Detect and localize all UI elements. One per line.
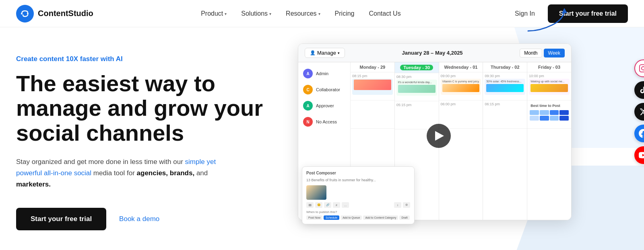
date-range: January 28 – May 4,2025 <box>402 50 463 56</box>
twitter-x-icon[interactable] <box>634 103 644 121</box>
collaborator-avatar: C <box>303 85 313 94</box>
post-composer-text: 13 Benefits of fruits in summer for heal… <box>306 178 410 183</box>
chevron-down-icon: ▾ <box>318 12 320 16</box>
link-tool[interactable]: 🔗 <box>324 202 331 208</box>
composer-toolbar: 🖼 😊 🔗 # … i ⚙ <box>306 202 410 208</box>
social-icons-list <box>634 59 644 164</box>
hero-subtitle: Stay organized and get more done in less… <box>16 156 242 190</box>
draft-btn[interactable]: Draft <box>399 215 409 220</box>
tiktok-icon[interactable] <box>634 81 644 99</box>
best-time-label: Best time to Post <box>529 102 570 109</box>
post-composer: Post Composer 13 Benefits of fruits in s… <box>302 166 415 224</box>
nav-solutions[interactable]: Solutions ▾ <box>235 7 277 20</box>
chevron-down-icon: ▾ <box>225 12 227 16</box>
dashboard-mockup-container: 👤 Manage ▾ January 28 – May 4,2025 Month… <box>298 43 580 228</box>
blue-arrow-icon <box>524 5 568 33</box>
month-view-button[interactable]: Month <box>520 49 542 57</box>
role-no-access: N No Access <box>298 114 350 130</box>
role-admin: A Admin <box>298 66 350 82</box>
more-tool[interactable]: … <box>342 202 349 208</box>
svg-marker-2 <box>561 8 567 14</box>
logo[interactable]: ContentStudio <box>16 5 93 23</box>
nav-product[interactable]: Product ▾ <box>195 7 232 20</box>
arrow-container <box>524 5 568 35</box>
settings-tool[interactable]: ⚙ <box>403 202 410 208</box>
svg-point-1 <box>27 13 29 14</box>
youtube-icon[interactable] <box>634 146 644 164</box>
chevron-down-icon: ▾ <box>338 51 340 55</box>
hero-tagline: Create content 10X faster with AI <box>16 55 290 63</box>
role-approver: A Approver <box>298 98 350 114</box>
chevron-down-icon: ▾ <box>269 12 271 16</box>
facebook-icon[interactable] <box>634 125 644 142</box>
nav-pricing[interactable]: Pricing <box>329 7 360 20</box>
manage-button[interactable]: 👤 Manage ▾ <box>305 48 345 58</box>
svg-point-0 <box>21 13 23 14</box>
nav-resources[interactable]: Resources ▾ <box>280 7 326 20</box>
svg-point-4 <box>642 67 644 70</box>
admin-avatar: A <box>303 69 313 78</box>
no-access-avatar: N <box>303 117 313 127</box>
play-button[interactable] <box>427 124 451 148</box>
nav-links: Product ▾ Solutions ▾ Resources ▾ Pricin… <box>195 7 407 20</box>
image-tool[interactable]: 🖼 <box>306 202 314 208</box>
post-image-preview <box>306 185 326 200</box>
role-collaborator: C Collaborator <box>298 82 350 98</box>
approver-avatar: A <box>303 101 313 111</box>
cal-thursday: Thursday - 02 09:30 pm 50% solar: 45% fr… <box>483 62 527 220</box>
hero-cta: Start your free trial Book a demo <box>16 208 290 230</box>
info-tool[interactable]: i <box>394 202 401 208</box>
post-now-btn[interactable]: Post Now <box>306 215 322 220</box>
instagram-icon[interactable] <box>634 59 644 77</box>
cal-friday: Friday - 03 10:00 pm Waking up with soci… <box>527 62 571 220</box>
logo-icon <box>16 5 34 23</box>
logo-text: ContentStudio <box>38 9 93 18</box>
hero-title: The easiest way to manage and grow your … <box>16 71 290 145</box>
post-composer-title: Post Composer <box>306 171 410 175</box>
dashboard-header: 👤 Manage ▾ January 28 – May 4,2025 Month… <box>298 44 571 62</box>
publish-label: When to publish this? <box>306 210 410 214</box>
hero-free-trial-button[interactable]: Start your free trial <box>16 208 106 230</box>
book-demo-link[interactable]: Book a demo <box>119 215 159 223</box>
week-view-button[interactable]: Week <box>544 49 565 57</box>
hero-left: Create content 10X faster with AI The ea… <box>16 27 290 250</box>
content-category-btn[interactable]: Add to Content Category <box>363 215 398 220</box>
schedule-buttons: Post Now Schedule Add to Queue Add to Co… <box>306 215 410 220</box>
schedule-btn[interactable]: Schedule <box>324 215 339 220</box>
nav-contact[interactable]: Contact Us <box>363 7 407 20</box>
hero-section: Create content 10X faster with AI The ea… <box>0 27 644 250</box>
avatar-small: 👤 <box>310 50 316 55</box>
hero-right: 👤 Manage ▾ January 28 – May 4,2025 Month… <box>290 27 628 250</box>
emoji-tool[interactable]: 😊 <box>315 202 322 208</box>
hashtag-tool[interactable]: # <box>333 202 340 208</box>
add-to-queue-btn[interactable]: Add to Queue <box>341 215 362 220</box>
